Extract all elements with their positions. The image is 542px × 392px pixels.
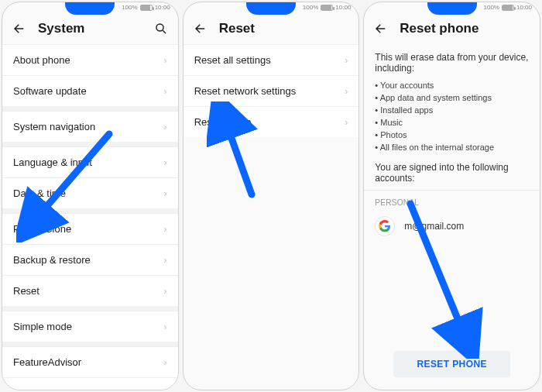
search-icon[interactable]: [153, 21, 169, 36]
row-date-time[interactable]: Date & time›: [2, 177, 178, 208]
notch: [246, 2, 296, 15]
account-email: m@gmail.com: [404, 221, 464, 232]
row-reset-network-settings[interactable]: Reset network settings›: [184, 75, 359, 106]
phone-screen-system: 100% 10:00 System About phone› Software …: [2, 2, 179, 390]
chevron-right-icon: ›: [163, 156, 166, 168]
chevron-right-icon: ›: [163, 223, 166, 235]
battery-percent: 100%: [122, 4, 137, 11]
status-right: 100% 10:00: [484, 4, 533, 11]
row-reset-phone[interactable]: Reset phone›: [184, 106, 359, 137]
chevron-right-icon: ›: [345, 54, 348, 66]
chevron-right-icon: ›: [163, 54, 166, 66]
row-simple-mode[interactable]: Simple mode›: [2, 311, 178, 342]
page-title: System: [38, 21, 142, 36]
clock: 10:00: [155, 4, 170, 11]
chevron-right-icon: ›: [163, 285, 166, 297]
back-icon[interactable]: [193, 21, 208, 36]
battery-percent: 100%: [484, 4, 499, 11]
section-label-personal: PERSONAL: [375, 198, 529, 207]
chevron-right-icon: ›: [163, 321, 166, 332]
page-title: Reset phone: [400, 21, 530, 36]
row-label: Reset all settings: [194, 54, 271, 66]
row-label: Language & input: [13, 156, 92, 168]
reset-phone-button[interactable]: RESET PHONE: [393, 351, 509, 377]
header: System: [2, 15, 178, 44]
notch: [427, 2, 477, 15]
reset-phone-body: This will erase data from your device, i…: [364, 44, 540, 242]
row-label: Reset phone: [194, 116, 252, 128]
row-about-phone[interactable]: About phone›: [2, 44, 178, 75]
header: Reset: [184, 15, 359, 44]
bullet-item: Your accounts: [375, 80, 529, 92]
google-logo-icon: [375, 216, 395, 236]
row-language-input[interactable]: Language & input›: [2, 146, 178, 177]
notch: [65, 2, 115, 15]
row-system-navigation[interactable]: System navigation›: [2, 111, 178, 142]
row-label: Date & time: [13, 187, 66, 199]
signed-in-text: You are signed into the following accoun…: [375, 162, 529, 184]
row-backup-restore[interactable]: Backup & restore›: [2, 244, 178, 275]
row-label: Reset: [13, 285, 39, 297]
row-feature-advisor[interactable]: FeatureAdvisor›: [2, 346, 178, 377]
row-label: FeatureAdvisor: [13, 356, 81, 368]
status-bar: 100% 10:00: [184, 2, 359, 15]
row-label: System navigation: [13, 121, 95, 132]
row-label: Phone Clone: [13, 223, 71, 235]
row-label: User experience improvement: [13, 387, 147, 390]
chevron-right-icon: ›: [163, 121, 166, 132]
chevron-right-icon: ›: [345, 85, 348, 97]
bullet-item: All files on the internal storage: [375, 142, 529, 154]
reset-button-wrap: RESET PHONE: [364, 351, 540, 377]
status-bar: 100% 10:00: [364, 2, 540, 15]
chevron-right-icon: ›: [163, 356, 166, 368]
battery-icon: [502, 5, 514, 11]
row-reset-all-settings[interactable]: Reset all settings›: [184, 44, 359, 75]
bullet-item: Installed apps: [375, 105, 529, 117]
chevron-right-icon: ›: [163, 254, 166, 266]
row-reset[interactable]: Reset›: [2, 275, 178, 306]
intro-text: This will erase data from your device, i…: [375, 52, 529, 74]
status-bar: 100% 10:00: [2, 2, 178, 15]
battery-icon: [140, 5, 153, 11]
row-label: About phone: [13, 54, 70, 66]
bullet-item: App data and system settings: [375, 92, 529, 105]
row-label: Reset network settings: [194, 85, 297, 97]
back-icon[interactable]: [12, 21, 27, 36]
erase-bullets: Your accounts App data and system settin…: [375, 80, 529, 154]
chevron-right-icon: ›: [163, 387, 166, 390]
bullet-item: Music: [375, 117, 529, 129]
bullet-item: Photos: [375, 129, 529, 142]
row-label: Simple mode: [13, 321, 72, 332]
chevron-right-icon: ›: [345, 116, 348, 128]
phone-screen-reset-phone: 100% 10:00 Reset phone This will erase d…: [363, 2, 540, 390]
header: Reset phone: [364, 15, 540, 44]
back-icon[interactable]: [373, 21, 389, 36]
status-right: 100% 10:00: [122, 4, 170, 11]
row-label: Backup & restore: [13, 254, 91, 266]
svg-point-0: [156, 24, 163, 31]
status-right: 100% 10:00: [303, 4, 352, 11]
row-software-update[interactable]: Software update›: [2, 75, 178, 106]
reset-list: Reset all settings› Reset network settin…: [184, 44, 359, 390]
row-label: Software update: [13, 85, 87, 97]
page-title: Reset: [219, 21, 350, 36]
battery-icon: [321, 5, 333, 11]
chevron-right-icon: ›: [163, 187, 166, 199]
phone-screen-reset: 100% 10:00 Reset Reset all settings› Res…: [183, 2, 360, 390]
account-row[interactable]: m@gmail.com: [375, 211, 529, 241]
battery-percent: 100%: [303, 4, 318, 11]
settings-list[interactable]: About phone› Software update› System nav…: [2, 44, 178, 390]
clock: 10:00: [335, 4, 351, 11]
chevron-right-icon: ›: [163, 85, 166, 97]
row-phone-clone[interactable]: Phone Clone›: [2, 213, 178, 244]
clock: 10:00: [516, 4, 532, 11]
row-user-experience[interactable]: User experience improvement›: [2, 377, 178, 390]
